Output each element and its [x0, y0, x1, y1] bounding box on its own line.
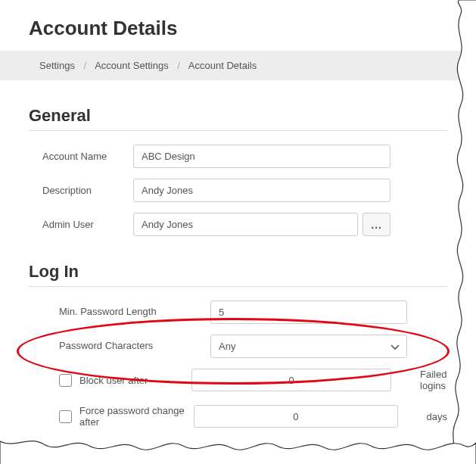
input-block-user-count[interactable]: [191, 369, 391, 391]
suffix-days: days: [427, 411, 447, 422]
breadcrumb-separator: /: [177, 60, 180, 71]
breadcrumb-settings[interactable]: Settings: [39, 60, 75, 71]
row-account-name: Account Name: [29, 145, 447, 168]
row-min-password-length: Min. Password Length: [29, 301, 447, 324]
checkbox-block-user[interactable]: [59, 374, 72, 387]
section-divider: [29, 286, 447, 287]
torn-edge-bottom: [0, 431, 476, 464]
select-password-characters[interactable]: Any: [210, 335, 407, 358]
section-title-login: Log In: [29, 262, 447, 282]
input-admin-user[interactable]: [133, 213, 358, 236]
input-force-change-days[interactable]: [194, 405, 397, 428]
input-description[interactable]: [133, 179, 390, 202]
label-description: Description: [42, 179, 133, 198]
page-title: Account Details: [0, 0, 476, 51]
breadcrumb: Settings / Account Settings / Account De…: [0, 51, 476, 80]
breadcrumb-separator: /: [84, 60, 87, 71]
section-title-general: General: [29, 106, 447, 126]
label-account-name: Account Name: [42, 145, 133, 163]
row-admin-user: Admin User ...: [29, 213, 447, 236]
label-block-user: Block user after: [79, 375, 184, 386]
label-admin-user: Admin User: [42, 213, 133, 232]
breadcrumb-account-details[interactable]: Account Details: [188, 60, 257, 71]
input-min-password-length[interactable]: [210, 301, 407, 324]
admin-user-picker-button[interactable]: ...: [362, 213, 390, 236]
breadcrumb-account-settings[interactable]: Account Settings: [95, 60, 169, 71]
ellipsis-icon: ...: [371, 219, 382, 231]
row-force-password-change: Force password change after days: [29, 405, 447, 428]
label-force-password-change: Force password change after: [79, 405, 186, 428]
section-divider: [29, 130, 447, 131]
account-details-page: Account Details Settings / Account Setti…: [0, 0, 476, 428]
checkbox-force-password-change[interactable]: [59, 410, 72, 423]
label-password-characters: Password Characters: [59, 335, 210, 351]
suffix-failed-logins: Failed logins: [420, 369, 447, 391]
row-description: Description: [29, 179, 447, 202]
label-min-password-length: Min. Password Length: [59, 301, 210, 317]
row-block-user: Block user after Failed logins: [29, 369, 447, 391]
row-password-characters: Password Characters Any: [29, 335, 447, 358]
input-account-name[interactable]: [133, 145, 390, 168]
